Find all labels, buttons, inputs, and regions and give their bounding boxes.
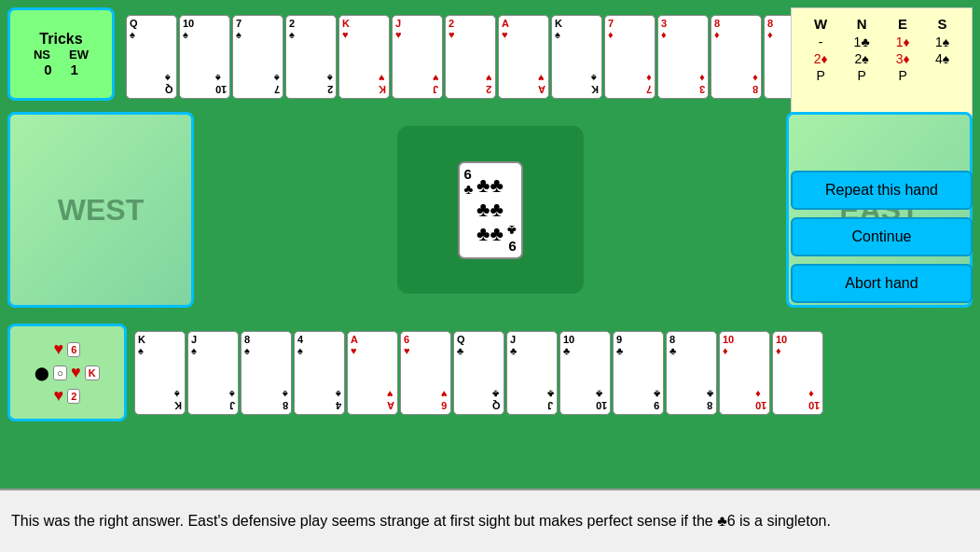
ew-label: EW — [69, 48, 89, 62]
center-area: 6♣ ♣♣♣♣♣♣ 9♣ — [203, 112, 777, 308]
card: 10♣10♣ — [559, 331, 611, 415]
bid-cell-1-2: 3♦ — [883, 50, 922, 67]
tricks-title: Tricks — [39, 31, 82, 48]
card: 10♠10♠ — [179, 15, 230, 99]
card: 4♠4♠ — [294, 331, 345, 415]
card: K♥K♥ — [338, 15, 390, 99]
bid-cell-1-0: 2♦ — [801, 50, 840, 67]
card: A♥A♥ — [498, 15, 549, 99]
bid-cell-0-1: 1♣ — [840, 34, 883, 50]
right-panel: Repeat this hand Continue Abort hand — [791, 112, 973, 308]
south-info-card2: ○ — [53, 366, 67, 380]
card: 2♠2♠ — [285, 15, 337, 99]
card: 10♦10♦ — [772, 331, 823, 415]
card: 8♠8♠ — [241, 331, 292, 415]
bid-cell-2-0: P — [801, 67, 840, 84]
south-info-card3: K — [85, 366, 100, 380]
bid-cell-1-1: 2♠ — [840, 50, 883, 67]
card: 10♦10♦ — [719, 331, 770, 415]
card: 9♣9♣ — [613, 331, 664, 415]
played-card-bottom: 9♣ — [507, 223, 517, 254]
south-info-card1: 6 — [67, 342, 80, 357]
ns-label: NS — [34, 48, 50, 62]
ns-score: 0 — [44, 62, 51, 77]
ew-score: 1 — [71, 62, 78, 77]
south-info-card4: 2 — [67, 389, 80, 404]
south-info-box: ♥ 6 ⬤ ○ ♥ K ♥ 2 — [7, 324, 127, 421]
repeat-hand-button[interactable]: Repeat this hand — [791, 171, 973, 210]
bid-header-w: W — [801, 14, 840, 34]
continue-button[interactable]: Continue — [791, 217, 973, 256]
bid-cell-2-3 — [922, 67, 962, 84]
bid-cell-0-0: - — [801, 34, 840, 50]
card: 6♥6♥ — [400, 331, 451, 415]
card: 3♦3♦ — [657, 15, 709, 99]
west-box: WEST — [7, 112, 194, 308]
bid-header-e: E — [883, 14, 922, 34]
card: 2♥2♥ — [445, 15, 496, 99]
bid-cell-2-1: P — [840, 67, 883, 84]
status-text: This was the right answer. East's defens… — [11, 513, 831, 530]
north-hand: Q♠Q♠10♠10♠7♠7♠2♠2♠K♥K♥J♥J♥2♥2♥A♥A♥K♠K♠7♦… — [126, 7, 794, 105]
card: J♠J♠ — [187, 331, 239, 415]
bid-header-n: N — [840, 14, 883, 34]
bid-cell-0-3: 1♠ — [922, 34, 962, 50]
center-card-area: 6♣ ♣♣♣♣♣♣ 9♣ — [397, 126, 584, 294]
card: Q♠Q♠ — [126, 15, 177, 99]
card: Q♣Q♣ — [453, 331, 504, 415]
card: J♥J♥ — [392, 15, 443, 99]
south-hand: K♠K♠J♠J♠8♠8♠4♠4♠A♥A♥6♥6♥Q♣Q♣J♣J♣10♣10♣9♣… — [134, 331, 823, 415]
played-card: 6♣ ♣♣♣♣♣♣ 9♣ — [458, 161, 523, 259]
card: 7♠7♠ — [232, 15, 283, 99]
west-label: WEST — [58, 193, 144, 228]
bid-cell-1-3: 4♠ — [922, 50, 962, 67]
bid-cell-0-2: 1♦ — [883, 34, 922, 50]
played-card-top: 6♣ — [464, 167, 474, 198]
card: K♠K♠ — [551, 15, 602, 99]
card: 7♦7♦ — [604, 15, 656, 99]
card: A♥A♥ — [347, 331, 398, 415]
card: K♠K♠ — [134, 331, 186, 415]
bid-cell-2-2: P — [883, 67, 922, 84]
south-area: ♥ 6 ⬤ ○ ♥ K ♥ 2 K♠K♠J♠J♠8♠8♠4♠4♠A♥A♥6♥6♥… — [7, 319, 973, 426]
bidding-table: W N E S -1♣1♦1♠2♦2♠3♦4♠PPP — [791, 7, 973, 129]
abort-hand-button[interactable]: Abort hand — [791, 264, 973, 303]
card: J♣J♣ — [506, 331, 558, 415]
status-bar: This was the right answer. East's defens… — [0, 489, 980, 552]
south-info-inner: ♥ 6 ⬤ ○ ♥ K ♥ 2 — [10, 326, 124, 419]
card: 8♣8♣ — [666, 331, 717, 415]
tricks-box: Tricks NS EW 0 1 — [7, 7, 115, 101]
bid-header-s: S — [922, 14, 962, 34]
played-card-pips: ♣♣♣♣♣♣ — [476, 173, 504, 246]
card: 8♦8♦ — [711, 15, 762, 99]
